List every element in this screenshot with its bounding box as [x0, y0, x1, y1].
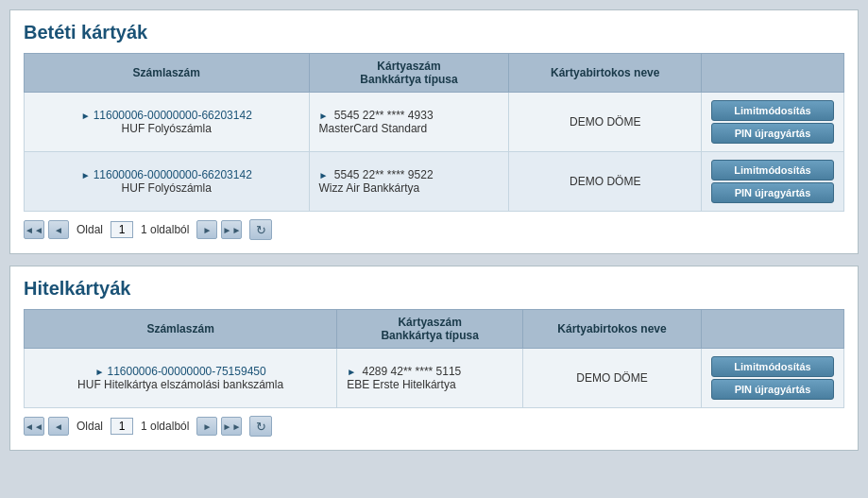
- credit-col-owner: Kártyabirtokos neve: [523, 310, 702, 349]
- debit-account-sub: HUF Folyószámla: [122, 122, 212, 135]
- debit-cards-section: Betéti kártyák Számlaszám KártyaszámBank…: [9, 9, 859, 254]
- credit-table: Számlaszám KártyaszámBankkártya típusa K…: [24, 309, 844, 408]
- credit-first-page-btn[interactable]: ◄◄: [24, 417, 44, 436]
- credit-col-card: KártyaszámBankkártya típusa: [337, 310, 523, 349]
- debit-account-arrow: ►: [81, 170, 91, 180]
- credit-card-type: EBE Erste Hitelkártya: [347, 378, 455, 391]
- debit-owner-cell: DEMO DÖME: [509, 152, 702, 212]
- debit-pagination: ◄◄ ◄ Oldal 1 oldalból ► ►► ↻: [24, 219, 844, 240]
- debit-card-type: MasterCard Standard: [319, 122, 428, 135]
- credit-owner-cell: DEMO DÖME: [523, 349, 702, 408]
- credit-actions-cell: Limitmódosítás PIN újragyártás: [702, 349, 844, 408]
- debit-col-actions: [702, 54, 844, 93]
- debit-account-arrow: ►: [81, 111, 91, 121]
- debit-refresh-btn[interactable]: ↻: [249, 219, 272, 240]
- credit-limit-btn[interactable]: Limitmódosítás: [711, 356, 834, 377]
- debit-limit-btn[interactable]: Limitmódosítás: [711, 100, 834, 121]
- credit-card-number: 4289 42** **** 5115: [363, 365, 462, 378]
- credit-page-label: Oldal: [77, 420, 103, 433]
- debit-card-arrow: ►: [319, 111, 329, 121]
- debit-pin-btn[interactable]: PIN újragyártás: [711, 123, 834, 144]
- credit-next-page-btn[interactable]: ►: [196, 417, 217, 436]
- debit-account-sub: HUF Folyószámla: [122, 181, 212, 195]
- credit-account-sub: HUF Hitelkártya elszámolási bankszámla: [77, 378, 283, 391]
- debit-card-type: Wizz Air Bankkártya: [319, 181, 420, 195]
- credit-col-account: Számlaszám: [25, 310, 337, 349]
- debit-table-row: ►11600006-00000000-66203142 HUF Folyószá…: [25, 152, 844, 212]
- credit-card-number-cell: ► 4289 42** **** 5115 EBE Erste Hitelkár…: [337, 349, 523, 408]
- credit-prev-page-btn[interactable]: ◄: [48, 417, 69, 436]
- credit-pin-btn[interactable]: PIN újragyártás: [711, 379, 834, 400]
- debit-account-cell: ►11600006-00000000-66203142 HUF Folyószá…: [25, 93, 310, 152]
- debit-pin-btn[interactable]: PIN újragyártás: [711, 182, 834, 203]
- credit-table-row: ►11600006-00000000-75159450 HUF Hitelkár…: [25, 349, 844, 408]
- debit-col-owner: Kártyabirtokos neve: [509, 54, 702, 93]
- debit-col-card: KártyaszámBankkártya típusa: [309, 54, 509, 93]
- debit-account-link[interactable]: ►11600006-00000000-66203142: [81, 109, 252, 122]
- debit-card-number: 5545 22** **** 9522: [334, 168, 434, 181]
- debit-col-account: Számlaszám: [25, 54, 310, 93]
- credit-col-actions: [702, 310, 844, 349]
- debit-limit-btn[interactable]: Limitmódosítás: [711, 160, 834, 180]
- debit-last-page-btn[interactable]: ►►: [221, 220, 242, 239]
- credit-pagination: ◄◄ ◄ Oldal 1 oldalból ► ►► ↻: [24, 416, 844, 437]
- debit-actions-cell: Limitmódosítás PIN újragyártás: [702, 152, 844, 212]
- debit-card-number-cell: ► 5545 22** **** 4933 MasterCard Standar…: [309, 93, 509, 152]
- debit-next-page-btn[interactable]: ►: [196, 220, 217, 239]
- credit-account-cell: ►11600006-00000000-75159450 HUF Hitelkár…: [25, 349, 337, 408]
- debit-actions-cell: Limitmódosítás PIN újragyártás: [702, 93, 844, 152]
- debit-account-cell: ►11600006-00000000-66203142 HUF Folyószá…: [25, 152, 310, 212]
- debit-card-number-cell: ► 5545 22** **** 9522 Wizz Air Bankkárty…: [309, 152, 509, 212]
- debit-page-of: 1 oldalból: [141, 223, 189, 236]
- credit-card-arrow: ►: [347, 367, 356, 377]
- debit-table: Számlaszám KártyaszámBankkártya típusa K…: [24, 53, 844, 212]
- debit-page-input[interactable]: [111, 221, 133, 238]
- debit-owner-cell: DEMO DÖME: [509, 93, 702, 152]
- debit-prev-page-btn[interactable]: ◄: [48, 220, 69, 239]
- credit-account-link[interactable]: ►11600006-00000000-75159450: [95, 365, 266, 378]
- debit-page-label: Oldal: [77, 223, 103, 236]
- debit-card-number: 5545 22** **** 4933: [334, 109, 434, 122]
- credit-page-of: 1 oldalból: [141, 420, 189, 433]
- credit-page-input[interactable]: [111, 418, 133, 435]
- credit-cards-section: Hitelkártyák Számlaszám KártyaszámBankká…: [9, 266, 859, 451]
- debit-card-arrow: ►: [319, 170, 329, 180]
- debit-account-link[interactable]: ►11600006-00000000-66203142: [81, 168, 252, 181]
- credit-section-title: Hitelkártyák: [24, 278, 844, 300]
- debit-section-title: Betéti kártyák: [24, 22, 844, 43]
- debit-table-row: ►11600006-00000000-66203142 HUF Folyószá…: [25, 93, 844, 152]
- credit-refresh-btn[interactable]: ↻: [249, 416, 272, 437]
- credit-account-arrow: ►: [95, 367, 105, 377]
- credit-last-page-btn[interactable]: ►►: [221, 417, 242, 436]
- debit-first-page-btn[interactable]: ◄◄: [24, 220, 44, 239]
